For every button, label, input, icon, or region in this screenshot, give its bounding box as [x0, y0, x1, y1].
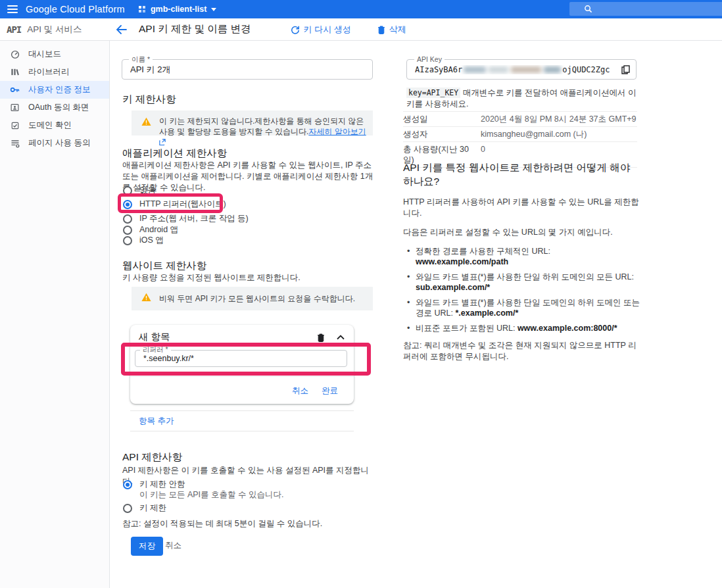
name-input-value: API 키 2개 [130, 64, 170, 76]
cancel-button[interactable]: 취소 [165, 540, 181, 551]
no-key-restriction-subtext: 이 키는 모든 API를 호출할 수 있습니다. [139, 489, 283, 501]
radio-on-icon [123, 200, 132, 209]
external-link-icon [159, 139, 166, 145]
project-icon [138, 5, 146, 13]
key-param-code: key=API_KEY [406, 87, 460, 98]
list-item: 와일드 카드 별표(*)를 사용한 단일 도메인의 하위 도메인 또는 경로 U… [407, 297, 641, 318]
project-name: gmb-client-list [151, 5, 206, 14]
radio-off-icon [123, 236, 132, 245]
app-restrictions-description: 애플리케이션 제한사항은 API 키를 사용할 수 있는 웹사이트, IP 주소… [122, 160, 374, 193]
delete-item-button[interactable] [317, 333, 325, 342]
list-item: 정확한 경로를 사용한 구체적인 URL: www.example.com/pa… [407, 246, 641, 267]
sidebar-item-credentials[interactable]: 사용자 인증 정보 [0, 81, 109, 99]
help-note: 참고: 쿼리 매개변수 및 조각은 현재 지원되지 않으므로 HTTP 리퍼러에… [403, 340, 641, 362]
radio-option-none[interactable]: 없음 [123, 185, 156, 196]
website-restrictions-warning-text: 비워 두면 API 키가 모든 웹사이트의 요청을 수락합니다. [159, 293, 355, 304]
new-item-title: 새 항목 [139, 331, 317, 343]
collapse-item-button[interactable] [337, 335, 345, 340]
list-item: 와일드 카드 별표(*)를 사용한 단일 하위 도메인의 모든 URL: sub… [407, 272, 641, 293]
sidebar-item-page-usage-agreements[interactable]: 페이지 사용 동의 [0, 134, 109, 152]
example-url: www.example.com:8000/* [517, 324, 617, 333]
meta-value: 2020년 4월 8일 PM 8시 24분 37초 GMT+9 [481, 114, 637, 124]
meta-label: 생성자 [403, 129, 481, 139]
redacted-key-segment [464, 66, 561, 74]
sidebar-item-library[interactable]: 라이브러리 [0, 63, 109, 81]
sidebar-item-label: 라이브러리 [28, 66, 70, 78]
search-input[interactable] [569, 2, 722, 16]
help-paragraph: HTTP 리퍼러를 사용하여 API 키를 사용할 수 있는 URL을 제한합니… [403, 197, 641, 219]
page-title: API 키 제한 및 이름 변경 [139, 22, 251, 36]
name-input[interactable]: API 키 2개 [122, 59, 373, 80]
regenerate-key-button[interactable]: 키 다시 생성 [291, 24, 351, 36]
brand-title: Google Cloud Platform [26, 4, 125, 14]
referrer-input-value: *.seenbuy.kr/* [143, 354, 194, 363]
api-key-usage-hint: key=API_KEY 매개변수로 키를 전달하여 애플리케이션에서 이 키를 … [406, 87, 639, 110]
name-field-label: 이름 * [129, 55, 153, 64]
radio-option-android-app[interactable]: Android 앱 [123, 224, 178, 235]
dashboard-icon [10, 49, 20, 59]
radio-off-icon [123, 504, 132, 513]
radio-on-icon [123, 480, 132, 489]
chevron-up-icon [337, 335, 345, 340]
key-restrictions-warning: 이 키는 제한되지 않습니다.제한사항을 통해 승인되지 않은 사용 및 할당량… [132, 110, 373, 135]
help-example-list: 정확한 경로를 사용한 구체적인 URL: www.example.com/pa… [407, 246, 641, 333]
chevron-down-icon [211, 8, 216, 11]
card-divider [130, 376, 354, 377]
radio-off-icon [123, 186, 132, 195]
sidebar: 대시보드 라이브러리 사용자 인증 정보 OAuth 동의 화면 도메인 확인 … [0, 41, 110, 588]
product-name: API 및 서비스 [27, 24, 82, 36]
cancel-item-button[interactable]: 취소 [285, 381, 315, 401]
warning-icon [141, 293, 151, 305]
sidebar-item-label: 대시보드 [28, 49, 61, 60]
app-restrictions-heading: 애플리케이션 제한사항 [122, 147, 227, 160]
help-heading: API 키를 특정 웹사이트로 제한하려면 어떻게 해야 하나요? [403, 161, 641, 189]
list-item: 비표준 포트가 포함된 URL: www.example.com:8000/* [407, 323, 641, 333]
radio-option-no-key-restriction[interactable]: 키 제한 안함 [123, 479, 185, 490]
copy-icon [621, 65, 630, 74]
example-url: *.example.com/* [455, 308, 518, 318]
product-header: API API 및 서비스 [0, 18, 110, 40]
sidebar-item-oauth-consent[interactable]: OAuth 동의 화면 [0, 99, 109, 116]
radio-option-ios-app[interactable]: iOS 앱 [123, 235, 164, 246]
hamburger-menu-icon[interactable] [7, 5, 18, 13]
back-arrow-icon [116, 25, 127, 34]
add-item-button[interactable]: 항목 추가 [139, 416, 174, 427]
meta-label: 생성일 [403, 114, 481, 124]
api-restrictions-heading: API 제한사항 [122, 451, 182, 464]
radio-option-http-referrer[interactable]: HTTP 리퍼러(웹사이트) [123, 199, 226, 210]
project-selector[interactable]: gmb-client-list [138, 5, 216, 14]
learn-more-link[interactable]: 자세히 알아보기 [308, 127, 366, 136]
consent-screen-icon [10, 103, 20, 112]
new-item-card: 새 항목 리퍼러 * *.seenbuy.kr/* 취소 완료 [130, 325, 354, 404]
save-button[interactable]: 저장 [131, 537, 163, 556]
refresh-icon [291, 25, 300, 34]
api-key-suffix: ojQUDC2Zgc [562, 65, 610, 74]
delete-key-button[interactable]: 삭제 [377, 24, 406, 36]
regenerate-key-label: 키 다시 생성 [304, 24, 351, 36]
example-url: sub.example.com/* [416, 283, 490, 292]
website-restrictions-description: 키 사용량 요청을 지정된 웹사이트로 제한합니다. [122, 272, 374, 283]
sidebar-item-label: 도메인 확인 [28, 120, 72, 131]
key-icon [10, 85, 20, 95]
sidebar-item-label: OAuth 동의 화면 [28, 102, 89, 113]
key-metadata-table: 생성일 2020년 4월 8일 PM 8시 24분 37초 GMT+9 생성자 … [403, 111, 637, 168]
gcp-console-page: Google Cloud Platform gmb-client-list AP… [0, 0, 722, 588]
radio-option-restrict-key[interactable]: 키 제한 [123, 502, 166, 514]
sidebar-item-label: 사용자 인증 정보 [28, 84, 90, 95]
radio-off-icon [123, 214, 132, 224]
add-item-row: 항목 추가 [130, 410, 354, 431]
delete-key-label: 삭제 [389, 24, 406, 36]
checkbox-check-icon [10, 120, 20, 130]
top-navbar: Google Cloud Platform gmb-client-list [0, 0, 722, 18]
sidebar-item-dashboard[interactable]: 대시보드 [0, 45, 109, 63]
api-key-field-label: API Key [414, 55, 445, 63]
sidebar-item-label: 페이지 사용 동의 [28, 137, 90, 149]
back-button[interactable] [116, 25, 127, 34]
radio-option-ip-address[interactable]: IP 주소(웹 서버, 크론 작업 등) [123, 213, 249, 224]
referrer-field-label: 리퍼러 * [140, 345, 171, 355]
sidebar-item-domain-verification[interactable]: 도메인 확인 [0, 116, 109, 134]
library-icon [10, 67, 20, 77]
page-header: API API 및 서비스 API 키 제한 및 이름 변경 키 다시 생성 삭… [0, 18, 722, 41]
copy-key-button[interactable] [621, 65, 630, 74]
done-item-button[interactable]: 완료 [315, 381, 345, 401]
